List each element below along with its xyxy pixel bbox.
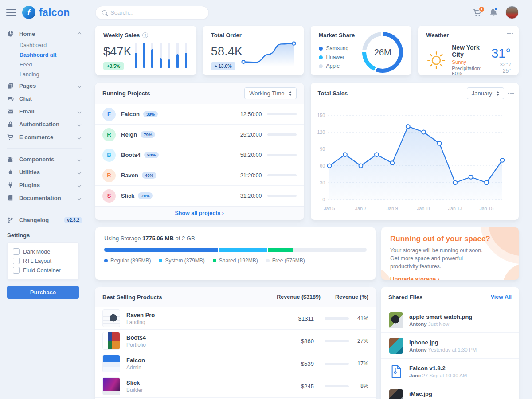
caret-up-icon — [215, 65, 217, 67]
sidebar-item-e-commerce[interactable]: E commerce — [7, 131, 82, 144]
project-time: 21:20:00 — [240, 172, 262, 179]
checkbox-fluid-container[interactable]: Fluid Container — [13, 266, 73, 275]
svg-text:Jan 11: Jan 11 — [417, 206, 430, 211]
weather-temp: 31° — [491, 46, 511, 61]
hamburger-menu-icon[interactable] — [6, 9, 16, 16]
sidebar-item-utilities[interactable]: Utilities — [7, 166, 82, 179]
sidebar-item-chat[interactable]: Chat — [7, 92, 82, 105]
chevron-down-icon — [78, 157, 81, 161]
sidebar-item-label: E commerce — [19, 134, 73, 141]
cart-button[interactable]: 1 — [473, 8, 482, 17]
sidebar-item-home[interactable]: Home — [7, 27, 82, 40]
working-time-select[interactable]: Working Time — [244, 87, 296, 99]
comments-icon — [7, 95, 14, 102]
legend-label: Shared (192MB) — [219, 258, 258, 264]
project-avatar: R — [102, 128, 116, 141]
project-name[interactable]: Reign — [121, 131, 137, 138]
file-time: 27 Sep at 10:30 AM — [421, 373, 467, 378]
fluid-container-checkbox[interactable] — [13, 267, 20, 274]
file-name[interactable]: iMac.jpg — [409, 391, 469, 397]
checkbox-dark-mode[interactable]: Dark Mode — [13, 247, 73, 256]
ellipsis-menu-icon[interactable] — [510, 93, 512, 94]
file-meta: Antony Yesterday at 1:30 PM — [409, 347, 477, 352]
fire-icon — [7, 169, 14, 176]
sidebar-item-components[interactable]: Components — [7, 153, 82, 166]
view-all-link[interactable]: View All — [491, 294, 512, 300]
project-name[interactable]: Boots4 — [121, 152, 141, 158]
project-name[interactable]: Falcon — [121, 111, 140, 117]
settings-heading: Settings — [0, 227, 89, 242]
checkbox-label: Fluid Container — [23, 267, 61, 274]
sidebar-item-landing[interactable]: Landing — [7, 70, 82, 79]
product-name[interactable]: Boots4 — [126, 334, 146, 341]
weekly-sales-bar — [151, 43, 153, 68]
product-category[interactable]: Builder — [126, 387, 143, 393]
project-time: 31:20:00 — [240, 193, 262, 199]
dark-mode-checkbox[interactable] — [13, 248, 20, 255]
project-avatar: B — [102, 149, 116, 162]
sidebar-item-pages[interactable]: Pages — [7, 79, 82, 92]
help-icon[interactable]: ? — [142, 32, 148, 38]
notifications-button[interactable] — [489, 8, 498, 17]
chevron-down-icon — [78, 196, 81, 200]
total-sales-title: Total Sales — [318, 90, 348, 97]
product-name[interactable]: Raven Pro — [126, 312, 155, 318]
sidebar-item-changelog[interactable]: Changelogv2.3.2 — [7, 214, 82, 227]
checkbox-label: RTL Layout — [23, 258, 51, 264]
product-category[interactable]: Portfolio — [126, 342, 146, 348]
product-row: Boots4Portfolio$86027% — [95, 330, 376, 352]
sidebar-item-label: Chat — [19, 95, 82, 102]
brand-logo[interactable]: f falcon — [22, 6, 70, 19]
checkbox-rtl-layout[interactable]: RTL Layout — [13, 256, 73, 266]
ellipsis-menu-icon[interactable] — [509, 33, 511, 34]
chevron-down-icon — [78, 170, 81, 174]
product-row: SlickBuilder$2458% — [95, 375, 376, 398]
product-name[interactable]: Slick — [126, 379, 143, 386]
cart-count-badge: 1 — [478, 6, 485, 12]
search-input[interactable]: Search... — [95, 6, 209, 20]
product-revenue: $860 — [247, 338, 314, 344]
project-progress-badge: 79% — [141, 131, 155, 138]
legend-label: Free (576MB) — [272, 258, 305, 264]
storage-usage-text: Using Storage 1775.06 MB of 2 GB — [104, 235, 367, 242]
sidebar-item-feed[interactable]: Feed — [7, 60, 82, 70]
sidebar-item-email[interactable]: Email — [7, 105, 82, 118]
svg-text:150: 150 — [317, 113, 325, 118]
project-progress-badge: 90% — [144, 152, 159, 158]
file-name[interactable]: apple-smart-watch.png — [409, 313, 472, 320]
show-all-projects-link[interactable]: Show all projects › — [95, 206, 304, 220]
month-select[interactable]: January — [467, 87, 504, 99]
product-category[interactable]: Admin — [126, 364, 145, 371]
project-row: RReign79%25:20:00 — [95, 125, 304, 145]
total-sales-card: Total Sales January 0306090120150Jan 5Ja… — [311, 83, 519, 220]
sidebar-item-plugins[interactable]: Plugins — [7, 179, 82, 192]
project-progressbar — [267, 174, 297, 176]
project-name[interactable]: Slick — [121, 192, 134, 199]
sidebar-item-label: Documentation — [19, 195, 73, 201]
storage-legend-item: System (379MB) — [159, 258, 204, 264]
app-screen: f falcon HomeDashboardDashboard altFeedL… — [0, 0, 532, 399]
file-name[interactable]: Falcon v1.8.2 — [409, 365, 467, 372]
svg-text:120: 120 — [317, 129, 325, 135]
sidebar-item-documentation[interactable]: Documentation — [7, 192, 82, 204]
upgrade-storage-link[interactable]: Upgrade storage › — [390, 276, 439, 280]
total-order-title: Total Order — [211, 32, 242, 39]
file-name[interactable]: iphone.jpg — [409, 339, 477, 346]
purchase-button[interactable]: Purchase — [7, 286, 79, 299]
sidebar-item-authentication[interactable]: Authentication — [7, 118, 82, 131]
version-badge: v2.3.2 — [64, 217, 82, 223]
product-category[interactable]: Landing — [126, 319, 155, 325]
svg-text:Jan 13: Jan 13 — [448, 206, 462, 211]
sidebar-item-label: Home — [19, 31, 73, 37]
market-share-title: Market Share — [319, 32, 355, 39]
sidebar-item-dashboard-alt[interactable]: Dashboard alt — [7, 50, 82, 60]
project-name[interactable]: Raven — [121, 172, 138, 179]
weekly-sales-bar — [160, 43, 162, 68]
project-row: SSlick70%31:20:00 — [95, 186, 304, 206]
product-name[interactable]: Falcon — [126, 357, 145, 364]
file-author: Jane — [409, 373, 421, 378]
rtl-layout-checkbox[interactable] — [13, 258, 20, 264]
sidebar-item-dashboard[interactable]: Dashboard — [7, 40, 82, 50]
legend-label: System (379MB) — [165, 258, 204, 264]
user-avatar[interactable] — [505, 6, 519, 19]
